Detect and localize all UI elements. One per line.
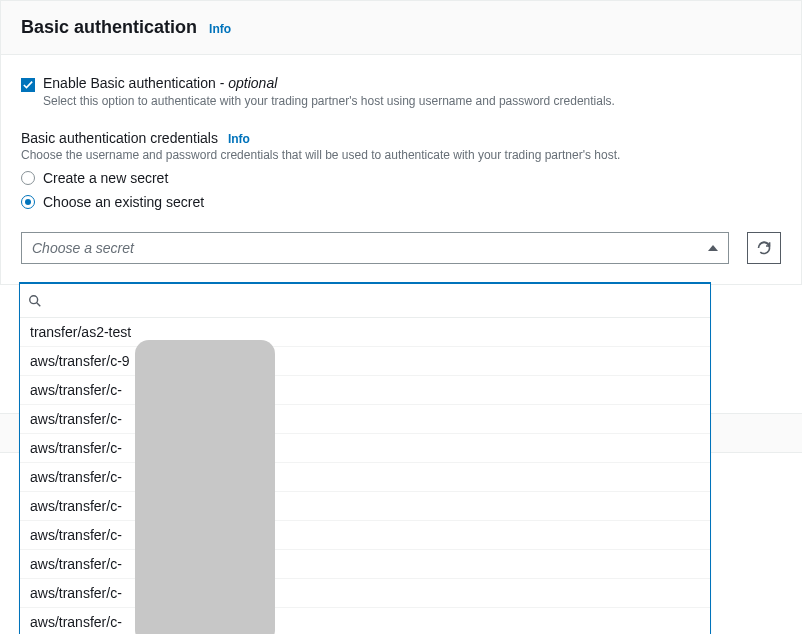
credentials-label: Basic authentication credentials	[21, 130, 218, 146]
dropdown-item[interactable]: aws/transfer/c-	[20, 550, 710, 579]
refresh-icon	[756, 240, 772, 256]
header-info-link[interactable]: Info	[209, 22, 231, 36]
check-icon	[23, 80, 33, 90]
credentials-help-text: Choose the username and password credent…	[21, 148, 781, 162]
redacted-overlay	[135, 340, 275, 634]
dropdown-item[interactable]: aws/transfer/c-	[20, 492, 710, 521]
select-row: Choose a secret	[21, 232, 781, 264]
panel-header: Basic authentication Info	[1, 1, 801, 55]
secret-dropdown: transfer/as2-testaws/transfer/c-9aws/tra…	[19, 282, 711, 634]
dropdown-item[interactable]: transfer/as2-test	[20, 318, 710, 347]
enable-checkbox-row[interactable]: Enable Basic authentication - optional	[21, 75, 781, 92]
dropdown-item[interactable]: aws/transfer/c-	[20, 376, 710, 405]
radio-choose-row[interactable]: Choose an existing secret	[21, 194, 781, 210]
dropdown-search-row	[20, 284, 710, 318]
refresh-button[interactable]	[747, 232, 781, 264]
enable-help-text: Select this option to authenticate with …	[43, 94, 781, 108]
credentials-label-row: Basic authentication credentials Info	[21, 130, 781, 146]
credentials-info-link[interactable]: Info	[228, 132, 250, 146]
panel-title: Basic authentication	[21, 17, 197, 38]
dropdown-search-input[interactable]	[48, 293, 702, 309]
dropdown-item[interactable]: aws/transfer/c-	[20, 579, 710, 608]
select-placeholder: Choose a secret	[32, 240, 134, 256]
radio-create-label: Create a new secret	[43, 170, 168, 186]
dropdown-item[interactable]: aws/transfer/c-	[20, 405, 710, 434]
search-icon	[28, 294, 42, 308]
dropdown-item[interactable]: aws/transfer/c-	[20, 463, 710, 492]
radio-choose[interactable]	[21, 195, 35, 209]
radio-create-row[interactable]: Create a new secret	[21, 170, 781, 186]
dropdown-item[interactable]: aws/transfer/c-	[20, 434, 710, 463]
enable-label: Enable Basic authentication - optional	[43, 75, 277, 91]
dropdown-list[interactable]: transfer/as2-testaws/transfer/c-9aws/tra…	[20, 318, 710, 634]
panel-body: Enable Basic authentication - optional S…	[1, 55, 801, 284]
radio-create[interactable]	[21, 171, 35, 185]
dropdown-item[interactable]: aws/transfer/c-	[20, 608, 710, 634]
dropdown-item[interactable]: aws/transfer/c-9	[20, 347, 710, 376]
secret-select[interactable]: Choose a secret	[21, 232, 729, 264]
svg-line-1	[37, 302, 41, 306]
basic-auth-panel: Basic authentication Info Enable Basic a…	[0, 0, 802, 285]
dropdown-item[interactable]: aws/transfer/c-	[20, 521, 710, 550]
enable-checkbox[interactable]	[21, 78, 35, 92]
svg-point-0	[30, 295, 38, 303]
chevron-up-icon	[708, 245, 718, 251]
radio-choose-label: Choose an existing secret	[43, 194, 204, 210]
